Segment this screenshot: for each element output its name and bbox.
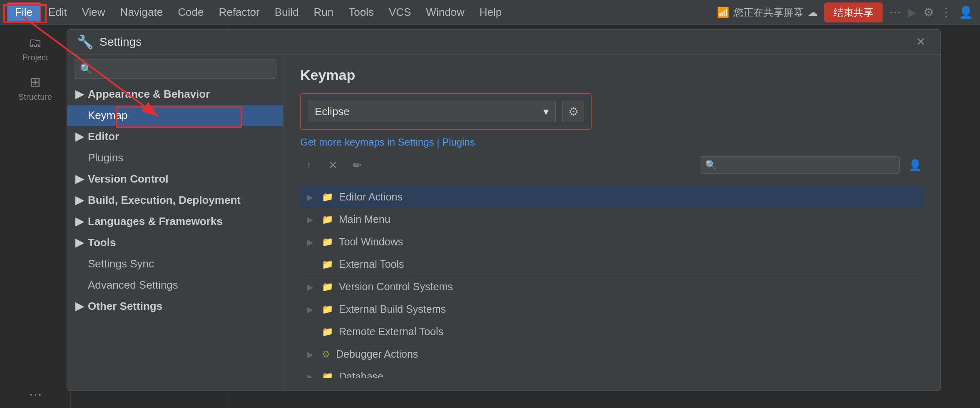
action-label: External Build Systems bbox=[339, 303, 446, 315]
chevron-right-icon: ▶ bbox=[75, 88, 84, 101]
action-label: Main Menu bbox=[339, 213, 391, 225]
cloud-icon: ☁ bbox=[808, 7, 818, 18]
settings-nav: 🔍 ▶ Appearance & Behavior Keymap ▶ Edito… bbox=[67, 54, 284, 391]
edit-button[interactable]: ✏ bbox=[348, 156, 366, 174]
action-label: Debugger Actions bbox=[336, 348, 418, 360]
kebab-icon[interactable]: ⋮ bbox=[940, 5, 952, 19]
action-search[interactable]: 🔍 bbox=[700, 156, 900, 174]
menu-help[interactable]: Help bbox=[472, 3, 509, 21]
action-vcs[interactable]: ▶ 📁 Version Control Systems bbox=[300, 276, 924, 298]
sidebar: 🗂 Project ⊞ Structure ⋯ bbox=[0, 25, 71, 408]
menu-build[interactable]: Build bbox=[267, 3, 306, 21]
chevron-right-icon: ▶ bbox=[307, 304, 316, 314]
chevron-right-icon: ▶ bbox=[75, 215, 84, 228]
action-editor-actions[interactable]: ▶ 📁 Editor Actions bbox=[300, 186, 924, 208]
end-share-button[interactable]: 结束共享 bbox=[824, 2, 883, 22]
nav-vcs-label: Version Control bbox=[88, 173, 169, 185]
chevron-right-icon: ▶ bbox=[307, 282, 316, 292]
nav-appearance-label: Appearance & Behavior bbox=[88, 88, 210, 101]
action-tool-windows[interactable]: ▶ 📁 Tool Windows bbox=[300, 231, 924, 253]
chevron-right-icon: ▶ bbox=[75, 173, 84, 185]
dialog-titlebar: 🔧 Settings ✕ bbox=[67, 30, 940, 54]
nav-languages-label: Languages & Frameworks bbox=[88, 215, 223, 228]
run-icon: ▶ bbox=[908, 5, 917, 19]
action-debugger[interactable]: ▶ ⚙ Debugger Actions bbox=[300, 343, 924, 366]
user-icon[interactable]: 👤 bbox=[959, 5, 973, 19]
nav-languages[interactable]: ▶ Languages & Frameworks bbox=[67, 211, 283, 232]
keymap-dropdown[interactable]: Eclipse ▾ bbox=[308, 101, 556, 122]
sidebar-item-project[interactable]: 🗂 Project bbox=[0, 29, 70, 68]
chevron-right-icon: ▶ bbox=[75, 194, 84, 207]
share-indicator: 📶 您正在共享屏幕 ☁ bbox=[717, 6, 818, 19]
folder-icon: 📁 bbox=[322, 371, 333, 378]
sidebar-label-project: Project bbox=[22, 53, 48, 62]
menu-run[interactable]: Run bbox=[306, 3, 341, 21]
nav-advanced-settings[interactable]: Advanced Settings bbox=[67, 274, 283, 296]
more-options-icon[interactable]: ⋯ bbox=[889, 5, 901, 19]
share-text: 您正在共享屏幕 bbox=[734, 6, 803, 19]
nav-tools-label: Tools bbox=[88, 236, 116, 249]
keymap-gear-button[interactable]: ⚙ bbox=[562, 101, 584, 122]
folder-icon: 📁 bbox=[322, 214, 333, 225]
move-up-button[interactable]: ↑ bbox=[300, 156, 318, 174]
menu-vcs[interactable]: VCS bbox=[381, 3, 418, 21]
colored-folder-icon: 📁 bbox=[322, 304, 333, 315]
sidebar-item-more[interactable]: ⋯ bbox=[0, 381, 70, 408]
nav-appearance[interactable]: ▶ Appearance & Behavior bbox=[67, 84, 283, 105]
action-main-menu[interactable]: ▶ 📁 Main Menu bbox=[300, 208, 924, 231]
menu-view[interactable]: View bbox=[75, 3, 113, 21]
action-external-tools[interactable]: 📁 External Tools bbox=[300, 253, 924, 276]
nav-editor-label: Editor bbox=[88, 130, 119, 143]
chevron-right-icon: ▶ bbox=[307, 215, 316, 225]
search-icon: 🔍 bbox=[705, 160, 716, 171]
action-label: Database bbox=[339, 371, 383, 378]
search-icon: 🔍 bbox=[80, 63, 92, 75]
chevron-right-icon: ▶ bbox=[75, 300, 84, 313]
action-remote-external[interactable]: 📁 Remote External Tools bbox=[300, 321, 924, 343]
nav-other-settings[interactable]: ▶ Other Settings bbox=[67, 296, 283, 317]
action-database[interactable]: ▶ 📁 Database bbox=[300, 366, 924, 378]
nav-editor[interactable]: ▶ Editor bbox=[67, 126, 283, 147]
action-external-build[interactable]: ▶ 📁 External Build Systems bbox=[300, 298, 924, 321]
nav-settings-sync-label: Settings Sync bbox=[88, 257, 154, 270]
get-more-keymaps-link[interactable]: Get more keymaps in Settings | Plugins bbox=[300, 136, 924, 148]
nav-vcs[interactable]: ▶ Version Control bbox=[67, 168, 283, 190]
menu-file[interactable]: File bbox=[7, 2, 41, 22]
structure-icon: ⊞ bbox=[30, 74, 41, 90]
action-label: Version Control Systems bbox=[339, 281, 453, 293]
folder-icon: 📁 bbox=[322, 259, 333, 270]
sidebar-item-structure[interactable]: ⊞ Structure bbox=[0, 68, 70, 108]
menu-edit[interactable]: Edit bbox=[41, 3, 75, 21]
menu-tools[interactable]: Tools bbox=[341, 3, 381, 21]
folder-icon: 📁 bbox=[322, 237, 333, 247]
nav-build[interactable]: ▶ Build, Execution, Deployment bbox=[67, 190, 283, 211]
user-settings-button[interactable]: 👤 bbox=[906, 156, 924, 174]
nav-keymap-label: Keymap bbox=[88, 109, 127, 122]
nav-settings-sync[interactable]: Settings Sync bbox=[67, 253, 283, 274]
nav-keymap[interactable]: Keymap bbox=[67, 105, 283, 126]
content-title: Keymap bbox=[300, 67, 924, 83]
folder-icon: 📁 bbox=[322, 282, 333, 292]
action-label: External Tools bbox=[339, 258, 404, 270]
menu-code[interactable]: Code bbox=[170, 3, 211, 21]
user-icon: 👤 bbox=[908, 159, 922, 172]
menu-window[interactable]: Window bbox=[418, 3, 472, 21]
settings-logo-icon: 🔧 bbox=[77, 34, 94, 50]
nav-advanced-settings-label: Advanced Settings bbox=[88, 279, 178, 292]
up-arrow-icon: ↑ bbox=[306, 159, 312, 172]
delete-button[interactable]: ✕ bbox=[324, 156, 342, 174]
action-label: Editor Actions bbox=[339, 191, 403, 203]
settings-search[interactable]: 🔍 bbox=[74, 59, 276, 79]
menu-refactor[interactable]: Refactor bbox=[211, 3, 267, 21]
settings-icon[interactable]: ⚙ bbox=[923, 5, 934, 19]
keymap-selector: Eclipse ▾ ⚙ bbox=[300, 93, 592, 130]
settings-dialog: 🔧 Settings ✕ 🔍 ▶ Appearance & Behavior K… bbox=[67, 29, 941, 391]
close-button[interactable]: ✕ bbox=[911, 32, 930, 51]
nav-plugins[interactable]: Plugins bbox=[67, 147, 283, 168]
folder-icon: 📁 bbox=[322, 326, 333, 337]
edit-icon: ✏ bbox=[353, 159, 362, 172]
action-label: Tool Windows bbox=[339, 236, 403, 248]
nav-plugins-label: Plugins bbox=[88, 151, 123, 164]
menu-navigate[interactable]: Navigate bbox=[113, 3, 171, 21]
nav-tools[interactable]: ▶ Tools bbox=[67, 232, 283, 253]
